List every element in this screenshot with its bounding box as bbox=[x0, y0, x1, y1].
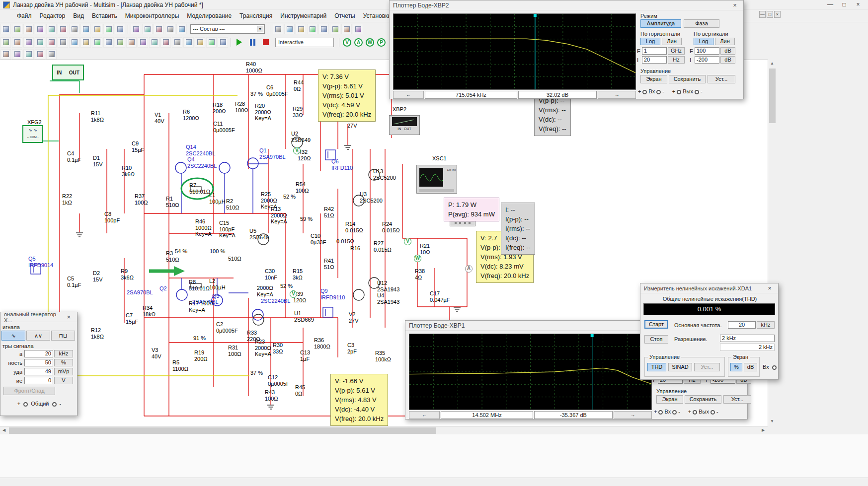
voltage-probe-readout-3[interactable]: V: -1.66 VV(p-p): 5.61 VV(rms): 4.83 VV(… bbox=[330, 374, 388, 426]
component-label-C13[interactable]: C131µF bbox=[300, 349, 310, 362]
redo-icon[interactable] bbox=[115, 24, 125, 34]
voltage-probe-readout-1[interactable]: V: 7.36 VV(p-p): 5.61 VV(rms): 5.01 VV(d… bbox=[318, 69, 376, 122]
child-close-icon[interactable]: × bbox=[774, 11, 781, 18]
component-label-U12[interactable]: U122SA1943 bbox=[377, 280, 399, 292]
place-bus-icon[interactable] bbox=[206, 37, 217, 48]
open-file-icon[interactable] bbox=[12, 24, 22, 34]
xda1-percent-button[interactable]: % bbox=[730, 363, 742, 371]
xda1-fundamental-field[interactable]: 20 bbox=[728, 321, 756, 329]
component-label-U1[interactable]: U12SD669 bbox=[294, 310, 314, 323]
xbp2-phase-button[interactable]: Фаза bbox=[684, 19, 719, 28]
place-hierarchical-icon[interactable] bbox=[195, 37, 205, 48]
probe-marker-v[interactable]: V bbox=[290, 290, 297, 298]
child-window-controls[interactable]: — □ × bbox=[758, 11, 781, 18]
component-label-C6[interactable]: C60µ0005F bbox=[266, 84, 288, 97]
component-label[interactable]: 100 % bbox=[210, 248, 225, 255]
component-label-D2[interactable]: D215V bbox=[93, 270, 103, 282]
window-controls[interactable]: — □ × bbox=[823, 1, 865, 9]
component-label[interactable]: 52 % bbox=[283, 194, 296, 200]
component-label-R14[interactable]: R140.015Ω bbox=[345, 221, 363, 233]
component-label-U3[interactable]: U32SC5200 bbox=[360, 191, 383, 204]
show-grid-icon[interactable] bbox=[131, 24, 141, 34]
xbp2-horizontal-initial-field[interactable]: 20 bbox=[642, 56, 667, 64]
funcgen-row-field-3[interactable]: 0 bbox=[24, 377, 53, 384]
component-label-C11[interactable]: C110µ0005F bbox=[213, 121, 235, 133]
component-label-C4[interactable]: C40.1µF bbox=[67, 150, 81, 163]
voltage-probe-readout-inactive[interactable]: V(p-p): --V(rms): --V(dc): --V(freq): -- bbox=[534, 93, 571, 136]
place-mixed-icon[interactable] bbox=[92, 37, 102, 48]
place-advanced-peripherals-icon[interactable] bbox=[138, 37, 148, 48]
xbp2-vertical-final-unit[interactable]: dB bbox=[720, 47, 735, 55]
component-label-R27[interactable]: R270.015Ω bbox=[374, 240, 392, 253]
cut-icon[interactable] bbox=[69, 24, 79, 34]
funcgen-close-icon[interactable]: × bbox=[64, 313, 74, 321]
component-label-R40[interactable]: R401000Ω bbox=[246, 61, 262, 73]
component-label-R29[interactable]: R2933Ω bbox=[293, 106, 303, 118]
component-label[interactable]: 52 % bbox=[280, 283, 293, 289]
component-label-C8[interactable]: C8100pF bbox=[104, 211, 120, 223]
pause-simulation-button[interactable] bbox=[249, 39, 256, 46]
xbp2-horizontal-final-field[interactable]: 1 bbox=[642, 47, 667, 55]
xfg2-instrument-icon[interactable]: ∿ ∿+ COM - bbox=[22, 125, 43, 143]
grapher-icon[interactable] bbox=[273, 24, 283, 34]
xbp2-screen-button[interactable]: Экран bbox=[640, 75, 667, 83]
xbp2-title-bar[interactable]: Плоттер Боде-XBP2 × bbox=[390, 0, 743, 10]
menu-item-7[interactable]: Инструментарий bbox=[276, 11, 330, 21]
open-samples-icon[interactable] bbox=[23, 24, 34, 34]
component-label-V2[interactable]: V227V bbox=[349, 311, 359, 324]
component-label-R12[interactable]: R121k8Ω bbox=[91, 327, 104, 340]
component-label-C17[interactable]: C170.047µF bbox=[430, 290, 450, 303]
sheet-3-icon[interactable] bbox=[23, 49, 34, 60]
component-label-C3[interactable]: C32pF bbox=[347, 342, 357, 354]
funcgen-title-bar[interactable]: ональный генератор-X... × bbox=[0, 312, 77, 322]
xbp2-vertical-initial-field[interactable]: -200 bbox=[695, 56, 719, 64]
component-label-Q9[interactable]: Q9IRFD9110 bbox=[320, 288, 345, 300]
component-label-R11[interactable]: R111k8Ω bbox=[91, 110, 104, 123]
component-label-R42[interactable]: R4251Ω bbox=[324, 206, 334, 218]
component-label[interactable]: 2000ΩKey=A bbox=[257, 285, 273, 297]
component-label-R22[interactable]: R221kΩ bbox=[62, 193, 72, 206]
component-label-R45[interactable]: R450Ω bbox=[295, 384, 305, 397]
scroll-up-icon[interactable]: ▲ bbox=[768, 60, 776, 68]
component-label[interactable]: 54 % bbox=[175, 248, 187, 255]
probe-p-button[interactable]: P bbox=[377, 38, 386, 47]
place-misc-icon[interactable] bbox=[126, 37, 137, 48]
component-label-R16[interactable]: R16 bbox=[350, 245, 360, 252]
component-label-R35[interactable]: R35100kΩ bbox=[375, 350, 391, 362]
component-label-R30[interactable]: R3033Ω bbox=[273, 342, 283, 354]
component-label-R23[interactable]: R232000ΩKey=A bbox=[255, 339, 271, 357]
component-label-Q6[interactable]: Q6IRFD110 bbox=[331, 158, 353, 171]
component-label-R15[interactable]: R153kΩ bbox=[293, 268, 303, 280]
analysis-icon[interactable] bbox=[176, 24, 187, 34]
component-label-V1[interactable]: V140V bbox=[155, 112, 164, 124]
xda1-title-bar[interactable]: Измеритель нелинейных искажений-XDA1 × bbox=[640, 283, 778, 293]
component-label[interactable]: 2SC2240BL bbox=[261, 298, 290, 304]
run-simulation-button[interactable] bbox=[237, 39, 242, 46]
component-label-Q2[interactable]: Q2 bbox=[159, 285, 167, 292]
xbp2-cursor-left-button[interactable]: ← bbox=[393, 91, 424, 99]
component-label-R5[interactable]: R51100Ω bbox=[172, 359, 188, 372]
component-label-C10[interactable]: C100µ33F bbox=[311, 233, 326, 245]
menu-item-4[interactable]: Микроконтроллеры bbox=[121, 11, 183, 21]
back-annotate-icon[interactable] bbox=[318, 24, 329, 34]
component-label-R28[interactable]: R28100Ω bbox=[235, 101, 248, 113]
xbp2-horizontal-initial-unit[interactable]: Hz bbox=[668, 56, 685, 64]
component-label-Q1[interactable]: Q12SA970BL bbox=[259, 147, 286, 160]
xda1-start-button[interactable]: Старт bbox=[644, 320, 668, 329]
funcgen-row-unit-3[interactable]: V bbox=[54, 377, 73, 384]
minimize-icon[interactable]: — bbox=[823, 1, 837, 9]
in-use-list-combo[interactable]: --- Состав ---▼ bbox=[190, 24, 265, 34]
component-label-R34[interactable]: R3418kΩ bbox=[143, 305, 156, 317]
component-label-R46[interactable]: R461000ΩKey=A bbox=[195, 218, 212, 237]
place-source-icon[interactable] bbox=[0, 37, 11, 48]
place-diode-icon[interactable] bbox=[23, 37, 34, 48]
xbp2-vertical-log-button[interactable]: Log bbox=[694, 38, 713, 45]
xbp2-out-minus-terminal-icon[interactable] bbox=[695, 90, 699, 94]
close-icon[interactable]: × bbox=[851, 1, 865, 9]
funcgen-row-unit-2[interactable]: mVp bbox=[54, 368, 73, 375]
horizontal-scrollbar[interactable]: ◀ ▶ bbox=[0, 426, 768, 434]
menu-item-8[interactable]: Отчеты bbox=[330, 11, 359, 21]
xda1-thd-button[interactable]: THD bbox=[647, 363, 666, 371]
place-rf-icon[interactable] bbox=[149, 37, 159, 48]
place-basic-icon[interactable] bbox=[12, 37, 22, 48]
